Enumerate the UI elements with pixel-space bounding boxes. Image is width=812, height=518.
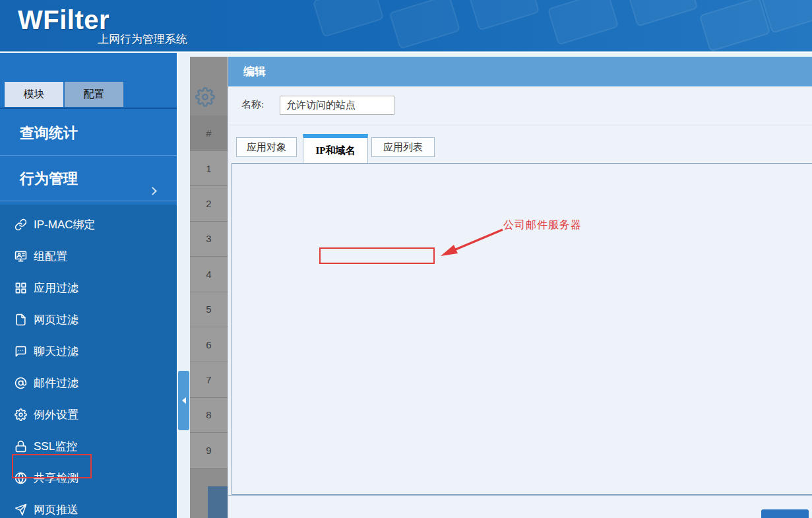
sidebar-collapse-handle[interactable] — [178, 371, 189, 430]
exception-settings-red-annotation-box — [12, 454, 92, 478]
name-input[interactable] — [280, 96, 394, 115]
sidebar-item-label: 聊天过滤 — [34, 344, 78, 359]
background-table-index-column: # 1 2 3 4 5 6 7 8 9 — [190, 115, 228, 469]
app-logo: WFilter — [18, 5, 109, 35]
link-icon — [15, 218, 27, 231]
edit-dialog: 编辑 名称: 应用对象 IP和域名 应用列表 IP和域名: 例外的IP和域名 *… — [228, 57, 812, 518]
table-row-number: 9 — [190, 433, 228, 468]
sidebar-item-label: 应用过滤 — [34, 280, 78, 296]
sidebar-item-label: 组配置 — [34, 249, 67, 264]
apps-grid-icon — [15, 282, 27, 294]
sidebar-item-mail-filter[interactable]: 邮件过滤 — [0, 370, 177, 396]
collapse-arrow-icon — [182, 397, 186, 404]
sidebar-submenu: IP-MAC绑定 组配置 应用过滤 网页过滤 聊天过滤 邮件过滤 例外设置 S — [0, 205, 177, 518]
app-header: WFilter 上网行为管理系统 — [0, 0, 812, 53]
sidebar-item-chat-filter[interactable]: 聊天过滤 — [0, 338, 177, 364]
sidebar-item-label: 网页过滤 — [34, 312, 78, 327]
chat-icon — [15, 345, 27, 358]
send-icon — [15, 503, 27, 516]
table-row-number: 4 — [190, 257, 228, 292]
keyboard-decoration — [389, 0, 461, 49]
table-row-number: 3 — [190, 222, 228, 257]
sidebar-item-label: IP-MAC绑定 — [34, 217, 96, 232]
dialog-footer-divider — [228, 495, 812, 496]
keyboard-decoration — [313, 0, 385, 38]
sidebar-tabs-divider — [0, 108, 177, 109]
sidebar-tab-modules[interactable]: 模块 — [5, 82, 63, 107]
dialog-title-bar: 编辑 — [228, 57, 812, 86]
table-row-number: 2 — [190, 186, 228, 221]
keyboard-decoration — [547, 0, 619, 46]
tab-application-objects[interactable]: 应用对象 — [236, 137, 297, 157]
table-row-number: 1 — [190, 151, 228, 186]
sidebar-item-label: SSL监控 — [34, 439, 77, 454]
name-label: 名称: — [241, 98, 264, 111]
keyboard-decoration — [699, 0, 771, 52]
sidebar-item-app-filter[interactable]: 应用过滤 — [0, 275, 177, 301]
sidebar-section-label: 查询统计 — [20, 123, 78, 143]
table-row-number: 8 — [190, 398, 228, 433]
sidebar-item-ip-mac-binding[interactable]: IP-MAC绑定 — [0, 211, 177, 238]
tab-content-panel — [232, 163, 812, 495]
sidebar-item-label: 邮件过滤 — [34, 375, 78, 391]
lock-icon — [15, 440, 27, 453]
sidebar-item-exception-settings[interactable]: 例外设置 — [0, 401, 177, 428]
sidebar-section-query-stats[interactable]: 查询统计 — [0, 111, 177, 156]
tab-application-list[interactable]: 应用列表 — [371, 137, 435, 157]
sidebar-item-web-filter[interactable]: 网页过滤 — [0, 306, 177, 333]
webpage-icon — [15, 313, 27, 326]
sidebar-item-group-config[interactable]: 组配置 — [0, 243, 177, 269]
sidebar-tab-config[interactable]: 配置 — [65, 82, 123, 107]
ip-highlight-red-box — [319, 247, 435, 264]
sidebar-item-label: 例外设置 — [34, 407, 78, 422]
keyboard-decoration — [468, 0, 540, 31]
dialog-title: 编辑 — [243, 64, 266, 79]
sidebar: 模块 配置 查询统计 行为管理 IP-MAC绑定 组配置 应用过滤 网页过滤 聊… — [0, 53, 178, 518]
group-icon — [15, 250, 27, 263]
sidebar-section-behavior-mgmt[interactable]: 行为管理 — [0, 156, 177, 201]
dimmed-background-table: # 1 2 3 4 5 6 7 8 9 — [190, 57, 228, 518]
page-gear-icon — [195, 87, 215, 107]
table-row-number: 5 — [190, 292, 228, 327]
tab-ip-and-domains[interactable]: IP和域名 — [303, 134, 368, 163]
table-header-cell: # — [190, 115, 228, 151]
gear-icon — [15, 408, 27, 421]
sidebar-item-label: 网页推送 — [34, 502, 78, 517]
save-button[interactable] — [761, 509, 809, 518]
sidebar-tabs: 模块 配置 — [5, 82, 125, 107]
annotation-arrow — [426, 216, 518, 269]
name-row-divider — [228, 125, 812, 125]
background-table-footer-block — [208, 486, 228, 518]
sidebar-item-web-push[interactable]: 网页推送 — [0, 496, 177, 518]
sidebar-section-label: 行为管理 — [20, 169, 78, 189]
at-icon — [15, 377, 27, 389]
table-row-number: 6 — [190, 327, 228, 362]
keyboard-decoration — [627, 0, 699, 27]
table-row-number: 7 — [190, 362, 228, 397]
app-subtitle: 上网行为管理系统 — [98, 32, 187, 47]
